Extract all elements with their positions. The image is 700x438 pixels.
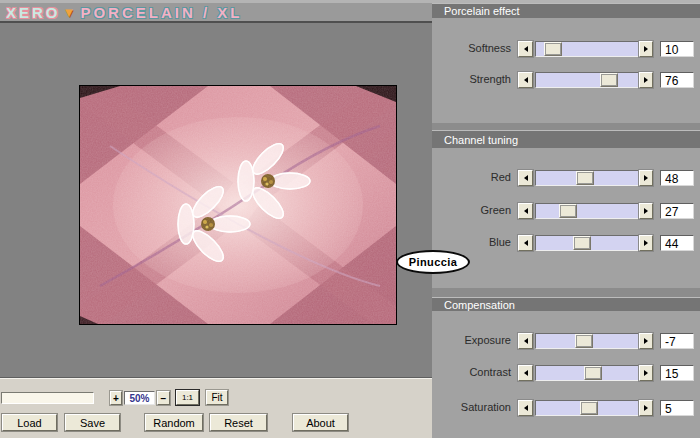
title-bar: XERO ▼ PORCELAIN / XL [0,3,432,23]
slider-track[interactable] [535,333,639,349]
preset-name-field[interactable] [1,392,94,404]
slider-label: Exposure [432,334,511,346]
slider-value[interactable]: 27 [660,203,694,219]
fit-zoom-button[interactable]: Fit [206,390,228,405]
slider-value[interactable]: 5 [660,400,694,416]
brand-logo-text: XERO [6,4,61,21]
left-arrow-icon [524,175,528,181]
save-button[interactable]: Save [65,414,120,431]
right-arrow-icon [644,208,648,214]
slider-thumb[interactable] [544,42,562,56]
watermark-badge: Pinuccia [396,250,470,274]
slider-increment-button[interactable] [639,333,653,349]
plugin-window: XERO ▼ PORCELAIN / XL [0,0,700,438]
preview-image[interactable] [79,85,397,325]
slider-value[interactable]: 76 [660,72,694,88]
zoom-in-button[interactable]: + [110,391,122,405]
section-body-compensation: Exposure-7Contrast15Saturation5 [432,311,700,438]
section-body-porcelain-effect: Softness10Strength76 [432,18,700,123]
left-arrow-icon [524,370,528,376]
left-arrow-icon [524,46,528,52]
right-arrow-icon [644,338,648,344]
slider-thumb[interactable] [580,401,598,415]
slider-increment-button[interactable] [639,365,653,381]
slider-thumb[interactable] [559,204,577,218]
slider-value[interactable]: -7 [660,333,694,349]
one-to-one-zoom-button[interactable]: 1:1 [176,390,199,405]
left-arrow-icon [524,77,528,83]
slider-value[interactable]: 44 [660,235,694,251]
zoom-out-button[interactable]: − [157,391,170,405]
right-arrow-icon [644,175,648,181]
status-bar: + 50% − 1:1 Fit Load Save Random Reset A… [0,377,433,438]
slider-decrement-button[interactable] [518,72,533,88]
slider-track[interactable] [535,41,639,57]
slider-track[interactable] [535,235,639,251]
product-name-text: PORCELAIN / XL [80,4,242,21]
slider-decrement-button[interactable] [518,333,533,349]
slider-decrement-button[interactable] [518,235,533,251]
settings-panel: Porcelain effect Softness10Strength76 Ch… [432,0,700,438]
about-button[interactable]: About [293,414,348,431]
slider-label: Softness [432,42,511,54]
slider-thumb[interactable] [576,171,594,185]
minus-icon: − [161,393,167,404]
slider-track[interactable] [535,170,639,186]
slider-track[interactable] [535,365,639,381]
slider-value[interactable]: 10 [660,41,694,57]
preview-artwork [80,86,396,324]
slider-thumb[interactable] [584,366,602,380]
slider-row-softness: Softness10 [432,41,700,57]
slider-row-green: Green27 [432,203,700,219]
plus-icon: + [113,393,119,404]
triangle-icon: ▼ [61,5,81,20]
section-header-compensation: Compensation [432,297,700,311]
slider-track[interactable] [535,400,639,416]
slider-decrement-button[interactable] [518,400,533,416]
left-arrow-icon [524,405,528,411]
slider-label: Blue [432,236,511,248]
right-arrow-icon [644,46,648,52]
slider-thumb[interactable] [573,236,591,250]
left-arrow-icon [524,240,528,246]
left-arrow-icon [524,208,528,214]
right-arrow-icon [644,77,648,83]
slider-decrement-button[interactable] [518,365,533,381]
slider-label: Contrast [432,366,511,378]
slider-track[interactable] [535,72,639,88]
section-header-porcelain-effect: Porcelain effect [432,3,700,18]
left-arrow-icon [524,338,528,344]
slider-row-saturation: Saturation5 [432,400,700,416]
slider-decrement-button[interactable] [518,41,533,57]
slider-value[interactable]: 48 [660,170,694,186]
section-header-channel-tuning: Channel tuning [432,130,700,148]
slider-thumb[interactable] [575,334,593,348]
slider-label: Strength [432,73,511,85]
right-arrow-icon [644,405,648,411]
slider-decrement-button[interactable] [518,170,533,186]
slider-increment-button[interactable] [639,41,653,57]
slider-track[interactable] [535,203,639,219]
slider-increment-button[interactable] [639,235,653,251]
slider-row-strength: Strength76 [432,72,700,88]
slider-label: Red [432,171,511,183]
slider-row-contrast: Contrast15 [432,365,700,381]
slider-row-blue: Blue44 [432,235,700,251]
right-arrow-icon [644,370,648,376]
reset-button[interactable]: Reset [210,414,267,431]
slider-increment-button[interactable] [639,170,653,186]
slider-increment-button[interactable] [639,203,653,219]
slider-label: Green [432,204,511,216]
zoom-level-display[interactable]: 50% [124,391,155,405]
section-body-channel-tuning: Red48Green27Blue44 [432,148,700,288]
load-button[interactable]: Load [2,414,57,431]
slider-decrement-button[interactable] [518,203,533,219]
slider-value[interactable]: 15 [660,365,694,381]
slider-row-red: Red48 [432,170,700,186]
slider-label: Saturation [432,401,511,413]
random-button[interactable]: Random [145,414,203,431]
slider-increment-button[interactable] [639,72,653,88]
slider-increment-button[interactable] [639,400,653,416]
right-arrow-icon [644,240,648,246]
slider-thumb[interactable] [600,73,618,87]
